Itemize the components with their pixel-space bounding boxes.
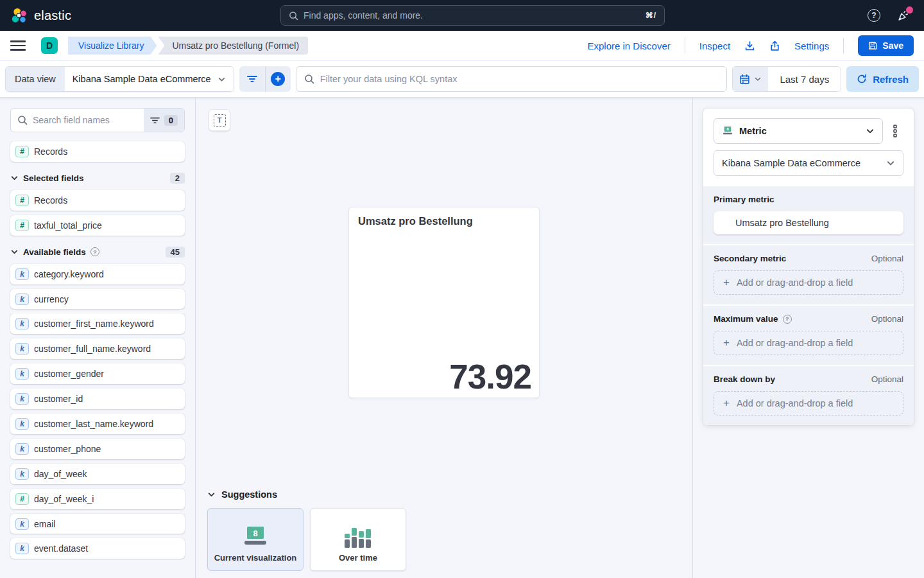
space-badge[interactable]: D (41, 37, 58, 54)
secondary-metric-dropzone[interactable]: + Add or drag-and-drop a field (714, 270, 903, 295)
field-type-badge: k (15, 268, 29, 280)
divider (843, 38, 844, 53)
suggestion-over-time[interactable]: Over time (310, 508, 406, 571)
field-list-sidebar: 0 # Records Selected fields 2 # Records (0, 98, 196, 578)
calendar-icon (739, 74, 750, 85)
field-item[interactable]: k customer_id (10, 389, 185, 409)
suggestion-current-visualization[interactable]: 8 Current visualization (207, 508, 304, 571)
field-search-input[interactable] (33, 115, 137, 125)
field-type-badge: # (15, 146, 29, 157)
break-down-by-section: Break down by Optional + Add or drag-and… (703, 365, 914, 425)
breadcrumb: Visualize Library Umsatz pro Bestellung … (68, 37, 308, 55)
add-filter-button[interactable]: + (265, 66, 291, 92)
panel-data-view-value: Kibana Sample Data eCommerce (722, 158, 860, 168)
field-item[interactable]: k customer_gender (10, 363, 185, 384)
refresh-label: Refresh (873, 74, 909, 85)
elastic-logo-icon (10, 6, 28, 24)
help-icon[interactable]: ? (868, 9, 880, 22)
field-type-badge: k (15, 318, 29, 329)
suggestion-label: Over time (339, 553, 377, 563)
field-item[interactable]: k customer_first_name.keyword (10, 313, 185, 334)
section-label: Break down by (714, 374, 775, 384)
field-item[interactable]: # Records (10, 190, 185, 211)
search-icon (289, 11, 298, 21)
field-filter-button[interactable]: 0 (144, 109, 184, 132)
filter-list-icon[interactable] (239, 66, 265, 92)
elastic-logo[interactable]: elastic (10, 6, 71, 24)
suggestions-section: Suggestions 8 Current visualization (207, 489, 406, 571)
refresh-button[interactable]: Refresh (846, 66, 919, 92)
chart-type-switcher[interactable]: 8 Metric (714, 118, 883, 144)
dropzone-label: Add or drag-and-drop a field (737, 277, 853, 288)
data-view-label: Data view (6, 67, 65, 91)
available-fields-header[interactable]: Available fields ? 45 (10, 247, 185, 258)
field-item[interactable]: k customer_last_name.keyword (10, 414, 185, 434)
viz-value: 73.92 (449, 357, 531, 396)
available-fields-count: 45 (166, 247, 185, 258)
field-type-badge: k (15, 343, 29, 355)
app-nav-bar: D Visualize Library Umsatz pro Bestellun… (0, 31, 924, 61)
suggestion-label: Current visualization (214, 553, 297, 563)
metric-chart-icon: 8 (208, 524, 303, 550)
selected-fields-list: # Records # taxful_total_price (10, 190, 185, 236)
hamburger-menu-icon[interactable] (10, 38, 26, 53)
field-name: day_of_week (34, 468, 87, 480)
field-item[interactable]: k event.dataset (10, 538, 185, 559)
newsfeed-icon[interactable] (897, 9, 910, 22)
info-icon[interactable]: ? (783, 315, 792, 324)
info-icon[interactable]: ? (90, 247, 99, 256)
panel-data-view-select[interactable]: Kibana Sample Data eCommerce (714, 150, 903, 176)
download-icon[interactable] (744, 40, 755, 51)
selected-fields-title: Selected fields (23, 173, 84, 183)
time-range-value[interactable]: Last 7 days (768, 67, 841, 91)
inspect-link[interactable]: Inspect (699, 40, 730, 51)
field-item[interactable]: # day_of_week_i (10, 489, 185, 509)
chevron-down-icon (207, 491, 216, 499)
selected-fields-header[interactable]: Selected fields 2 (10, 173, 185, 184)
suggestions-header[interactable]: Suggestions (207, 489, 406, 500)
data-view-switcher: Data view Kibana Sample Data eCommerce (5, 66, 234, 92)
field-item[interactable]: k customer_full_name.keyword (10, 338, 185, 359)
data-view-select[interactable]: Kibana Sample Data eCommerce (65, 67, 234, 91)
panel-settings-icon[interactable] (887, 118, 903, 144)
date-picker: Last 7 days (732, 66, 841, 92)
share-icon[interactable] (769, 40, 780, 51)
viz-title: Umsatz pro Bestellung (358, 215, 530, 227)
field-item[interactable]: k day_of_week (10, 464, 185, 484)
kql-query-input[interactable] (320, 74, 719, 84)
global-search[interactable]: ⌘/ (280, 5, 665, 26)
primary-metric-dimension[interactable]: Umsatz pro Bestellung (714, 211, 903, 234)
break-down-by-dropzone[interactable]: + Add or drag-and-drop a field (714, 391, 903, 416)
save-button[interactable]: Save (858, 35, 914, 56)
secondary-metric-section: Secondary metric Optional + Add or drag-… (703, 244, 914, 304)
date-picker-calendar-button[interactable] (733, 67, 768, 91)
chevron-down-icon (10, 248, 19, 256)
explore-in-discover-link[interactable]: Explore in Discover (588, 40, 671, 51)
global-search-input[interactable] (304, 10, 640, 21)
field-search: 0 (10, 108, 185, 132)
metric-visualization: Umsatz pro Bestellung 73.92 (348, 207, 540, 398)
field-item[interactable]: # taxful_total_price (10, 215, 185, 236)
settings-link[interactable]: Settings (794, 40, 829, 51)
notification-dot (906, 6, 913, 13)
field-item[interactable]: k currency (10, 289, 185, 310)
kql-query-input-box[interactable] (296, 66, 728, 92)
field-type-badge: # (15, 220, 29, 231)
breadcrumb-visualize-library[interactable]: Visualize Library (68, 37, 157, 55)
field-item[interactable]: k customer_phone (10, 439, 185, 459)
field-name: day_of_week_i (34, 493, 94, 505)
available-fields-title: Available fields (23, 247, 86, 257)
field-name: customer_first_name.keyword (34, 317, 154, 330)
lens-config-panel: 8 Metric Kibana Sample Data eCommerce (703, 109, 914, 425)
field-item[interactable]: k email (10, 514, 185, 534)
maximum-value-dropzone[interactable]: + Add or drag-and-drop a field (714, 331, 903, 355)
dropzone-label: Add or drag-and-drop a field (737, 398, 853, 408)
field-item[interactable]: # Records (10, 141, 185, 162)
field-type-badge: k (15, 468, 29, 480)
filter-controls: + (239, 66, 291, 92)
save-label: Save (882, 40, 903, 51)
lens-workspace: T Umsatz pro Bestellung 73.92 Suggestion… (196, 98, 693, 578)
field-item[interactable]: k category.keyword (10, 264, 185, 285)
field-type-badge: k (15, 518, 29, 530)
text-options-button[interactable]: T (209, 109, 230, 131)
